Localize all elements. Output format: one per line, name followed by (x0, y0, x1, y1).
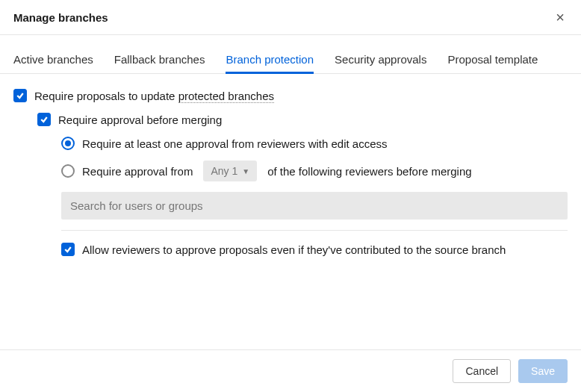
require-one-reviewer-label: Require at least one approval from revie… (82, 137, 388, 150)
require-approval-label: Require approval before merging (58, 113, 222, 126)
reviewer-count-label: Any 1 (211, 165, 237, 177)
tab-branch-protection[interactable]: Branch protection (226, 49, 314, 73)
chevron-down-icon: ▼ (242, 167, 249, 175)
dialog-header: Manage branches × (0, 0, 581, 35)
tab-proposal-template[interactable]: Proposal template (447, 49, 538, 73)
tab-active-branches[interactable]: Active branches (13, 49, 93, 73)
require-proposals-row: Require proposals to update protected br… (13, 89, 568, 102)
dialog-title: Manage branches (13, 11, 108, 24)
divider (61, 230, 568, 231)
require-approval-checkbox[interactable] (37, 113, 51, 126)
search-wrap (13, 192, 568, 220)
cancel-button[interactable]: Cancel (453, 359, 511, 383)
reviewer-count-select[interactable]: Any 1 ▼ (203, 161, 257, 181)
tab-content: Require proposals to update protected br… (0, 74, 581, 256)
require-from-radio[interactable] (61, 164, 75, 178)
require-one-reviewer-row: Require at least one approval from revie… (13, 137, 568, 150)
tab-fallback-branches[interactable]: Fallback branches (114, 49, 205, 73)
allow-contributors-checkbox[interactable] (61, 243, 75, 256)
dialog-footer: Cancel Save (0, 349, 581, 392)
require-proposals-prefix: Require proposals to update (34, 90, 178, 102)
close-icon: × (556, 9, 565, 25)
tabs-bar: Active branches Fallback branches Branch… (0, 49, 581, 74)
check-icon (40, 115, 49, 124)
require-proposals-checkbox[interactable] (13, 89, 27, 102)
radio-dot-icon (65, 140, 71, 146)
require-proposals-label: Require proposals to update protected br… (34, 90, 274, 102)
tab-security-approvals[interactable]: Security approvals (335, 49, 426, 73)
allow-contributors-label: Allow reviewers to approve proposals eve… (82, 243, 506, 256)
save-button[interactable]: Save (518, 359, 568, 383)
require-from-suffix: of the following reviewers before mergin… (267, 165, 471, 178)
check-icon (63, 245, 72, 254)
protected-branches-term: protected branches (178, 90, 274, 103)
check-icon (16, 91, 25, 100)
reviewer-search-input[interactable] (61, 192, 568, 220)
allow-contributors-row: Allow reviewers to approve proposals eve… (13, 243, 568, 256)
require-from-prefix: Require approval from (82, 165, 193, 178)
close-button[interactable]: × (553, 10, 568, 25)
require-from-row: Require approval from Any 1 ▼ of the fol… (13, 161, 568, 181)
require-approval-row: Require approval before merging (13, 113, 568, 126)
require-one-reviewer-radio[interactable] (61, 137, 75, 150)
